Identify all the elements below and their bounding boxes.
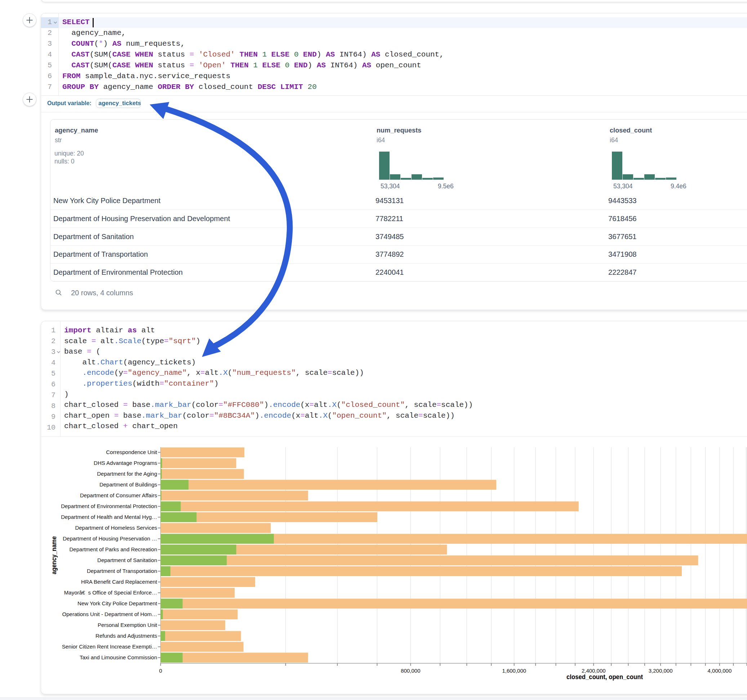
svg-text:Department of Parks and Recrea: Department of Parks and Recreation: [70, 546, 157, 552]
svg-text:2,400,000: 2,400,000: [582, 668, 606, 674]
svg-text:DHS Advantage Programs: DHS Advantage Programs: [94, 460, 157, 466]
svg-text:3,200,000: 3,200,000: [649, 668, 673, 674]
svg-text:Operations Unit - Department o: Operations Unit - Department of Hom…: [62, 611, 157, 617]
svg-text:agency_name: agency_name: [50, 536, 57, 574]
svg-text:Department of Homeless Service: Department of Homeless Services: [75, 525, 157, 531]
svg-text:1,600,000: 1,600,000: [502, 668, 526, 674]
svg-text:Department of Housing Preserva: Department of Housing Preservation …: [63, 536, 157, 542]
svg-text:HRA Benefit Card Replacement: HRA Benefit Card Replacement: [81, 579, 157, 585]
svg-text:Senior Citizen Rent Increase E: Senior Citizen Rent Increase Exempti…: [62, 643, 157, 650]
svg-text:closed_count, open_count: closed_count, open_count: [567, 673, 643, 680]
svg-text:0: 0: [159, 668, 162, 674]
svg-text:Department of Buildings: Department of Buildings: [100, 481, 157, 487]
svg-text:800,000: 800,000: [401, 668, 420, 674]
svg-text:Department of Environmental Pr: Department of Environmental Protection: [61, 503, 157, 509]
svg-text:Refunds and Adjustments: Refunds and Adjustments: [95, 633, 157, 639]
svg-text:Taxi and Limousine Commission: Taxi and Limousine Commission: [80, 654, 157, 661]
svg-text:Department of Sanitation: Department of Sanitation: [97, 557, 157, 563]
svg-text:Personal Exemption Unit: Personal Exemption Unit: [98, 622, 157, 628]
svg-text:Mayorâ€ s Office of Special E: Mayorâ€ s Office of Special Enforce…: [64, 590, 157, 596]
svg-text:Department of Consumer Affairs: Department of Consumer Affairs: [80, 492, 157, 498]
svg-text:Correspondence Unit: Correspondence Unit: [106, 449, 157, 455]
svg-text:Department of Health and Menta: Department of Health and Mental Hyg…: [61, 514, 157, 520]
svg-text:Department of Transportation: Department of Transportation: [87, 568, 157, 574]
svg-text:Department for the Aging: Department for the Aging: [97, 471, 157, 477]
svg-text:4,000,000: 4,000,000: [708, 668, 732, 674]
svg-text:New York City Police Departmen: New York City Police Department: [77, 600, 157, 606]
